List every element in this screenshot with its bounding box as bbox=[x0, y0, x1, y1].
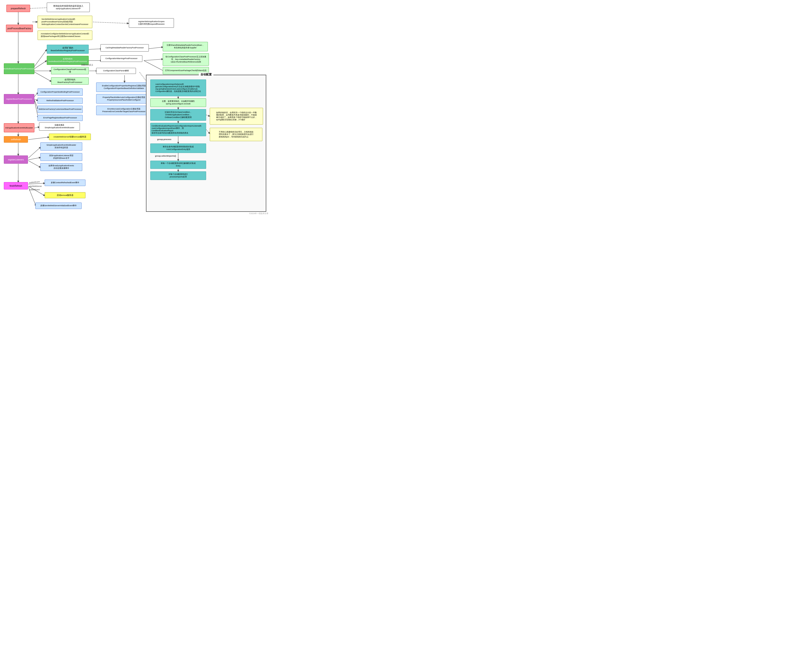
node-config-class-pp: ConfigurationClassPostProcessor处理 bbox=[51, 67, 89, 74]
svg-line-27 bbox=[28, 157, 41, 160]
node-side-note-2: 不用担心新建线程没处理完，主线程就处理到后面去了，因为主线程检查完会进行新线程的… bbox=[210, 128, 263, 141]
node-prepare-refresh-desc: 将初始化时候获得的监听器放入earlyApplicationListeners中 bbox=[47, 3, 90, 12]
node-on-class-condition: 过滤出符合OnClassCondition，OnWebApplicationCo… bbox=[150, 109, 206, 121]
node-finish-refresh: finishRefresh bbox=[4, 182, 28, 190]
auto-config-section: 自动配置 AutoConfigurationImportSelector的get… bbox=[146, 75, 266, 212]
node-side-note-1: 如果多核的话，会用回另一个线程去分担一半数量的检查，会判断条件类是否能加载到，不… bbox=[210, 108, 263, 125]
label-publish-event-1: publishEvent bbox=[29, 180, 40, 183]
svg-line-11 bbox=[148, 47, 163, 49]
node-register-web-app-scopes: registerWebApplicationScopes注册作用范围reques… bbox=[129, 18, 174, 28]
node-auto-import-selector: AutoConfigurationImportSelector的getAutoC… bbox=[150, 79, 206, 96]
watermark: ©2024年一些技术分享 bbox=[249, 212, 269, 215]
node-config-class-parser: ConfigurationClassParser解析 bbox=[96, 68, 136, 74]
node-web-server-factory-customizer: WebServerFactoryCustomizerBeanPostProces… bbox=[38, 105, 82, 113]
svg-line-41 bbox=[206, 115, 210, 116]
node-wrap-entry: 将每一个自动配置类名和注解属性封装成Entry bbox=[150, 160, 206, 169]
node-on-refresh: onRefresh bbox=[4, 136, 28, 143]
node-add-listener-bean-names: 添加ApplicationListener类型的监听器bean名字 bbox=[40, 153, 82, 161]
node-remove-filtered: 去重、监察要排除的、比如配环境属性spring.autoconfigure.ex… bbox=[150, 98, 206, 107]
auto-config-title: 自动配置 bbox=[199, 73, 214, 76]
node-post-process-bean-factory: postProcessBeanFactory bbox=[6, 25, 33, 32]
node-invoke-bfpp: invokeBeanFactoryPostProcessors bbox=[4, 63, 34, 74]
node-early-app-events: 如果有earlyApplicationEvents的话还要多播事件 bbox=[40, 163, 82, 171]
node-process-all-bfpp: 处理所有的BeanFactoryPostProcessor bbox=[51, 77, 89, 85]
svg-line-42 bbox=[206, 130, 210, 134]
svg-line-26 bbox=[28, 147, 41, 158]
node-init-app-event-multicaster: initApplicationEventMulticaster bbox=[4, 123, 34, 132]
node-ppbf-desc1: ServletWebServerApplicationContext的postP… bbox=[38, 16, 92, 28]
node-start-tomcat: 启动tomcat服务器 bbox=[45, 192, 85, 198]
svg-line-24 bbox=[28, 137, 49, 140]
node-caching-metadata: CachingMetadataReaderFactoryPostProcesso… bbox=[101, 44, 149, 52]
node-process-bdrgpp: 处理扩展的BeanDefinitionRegistryPostProcessor bbox=[47, 45, 89, 54]
svg-line-3 bbox=[91, 22, 129, 23]
node-prepare-refresh: prepareRefresh bbox=[6, 5, 30, 12]
node-define-attr-for-config: 给ConfigurationClassPostProcessor定义添加属性，k… bbox=[163, 53, 209, 66]
node-register-listeners: registerListeners bbox=[4, 156, 28, 164]
node-create-web-server: createWebServer创建tomcat服务器 bbox=[49, 134, 91, 140]
label-group-process: group.process bbox=[157, 138, 171, 141]
node-enable-config-props-registrar: EnableConfigurationPropertiesRegistrar注册… bbox=[96, 83, 151, 92]
node-register-shared-metadata: 注册SharedMetadataReaderFactoryBean，有实例化的提… bbox=[163, 42, 208, 51]
node-multicast-context-refreshed: 多播ContextRefreshedEvent事件 bbox=[45, 180, 85, 186]
svg-line-0 bbox=[30, 8, 47, 8]
label-group-select-imports: group.selectImports() bbox=[155, 154, 176, 157]
svg-line-12 bbox=[144, 59, 163, 61]
svg-line-13 bbox=[144, 61, 163, 71]
node-create-simple-multicaster: 创建多播器SimpleApplicationEventMulticaster bbox=[39, 122, 80, 131]
svg-line-5 bbox=[34, 49, 47, 67]
label-load-bean-def: 加载bean定义 bbox=[81, 64, 93, 66]
node-config-props-binding: ConfigurationPropertiesBindingPostProces… bbox=[38, 89, 82, 96]
node-condition-report: ConditionEvaluationReportAutoConfigurati… bbox=[150, 123, 206, 136]
svg-line-28 bbox=[28, 160, 41, 168]
node-process-imports: 对每个自动配置类进行processImports处理 bbox=[150, 171, 206, 180]
svg-line-31 bbox=[28, 186, 45, 196]
node-error-page-registrar: ErrorPageRegistrarBeanPostProcessor bbox=[38, 115, 82, 121]
label-start-web-server: startWebServer bbox=[29, 185, 42, 187]
node-multicast-servlet-web-server: 多播ServletWebServerInitializedEvent事件 bbox=[35, 203, 82, 209]
node-ppbf-desc2: AnnotationConfigServletWebServerApplicat… bbox=[38, 31, 92, 40]
label-publish-event-2: publishEvent bbox=[29, 189, 40, 191]
node-property-placeholder: PropertyPlaceholderAutoConfiguration注册处理… bbox=[96, 94, 151, 104]
node-method-validation: MethodValidationPostProcessor bbox=[38, 98, 82, 104]
svg-line-9 bbox=[89, 49, 102, 49]
svg-line-6 bbox=[34, 61, 47, 69]
node-add-all-listeners: SimpleApplicationEventMulticaster添加所有监听器 bbox=[40, 142, 82, 151]
node-wrap-auto-config: 将符合条件的配置类和排除类封装成AutoConfigurationEntry返回 bbox=[150, 144, 206, 153]
node-register-bpp: registerBeanPostProcessors bbox=[4, 94, 34, 104]
diagram-container: prepareRefresh 将初始化时候获得的监听器放入earlyApplic… bbox=[0, 0, 270, 216]
node-config-warnings: ConfigurationWarningsPostProcessor bbox=[101, 55, 142, 62]
svg-line-8 bbox=[34, 72, 52, 82]
node-error-mvc-auto: ErrorMvcAutoConfiguration注册处理器PreserveEr… bbox=[96, 105, 151, 115]
